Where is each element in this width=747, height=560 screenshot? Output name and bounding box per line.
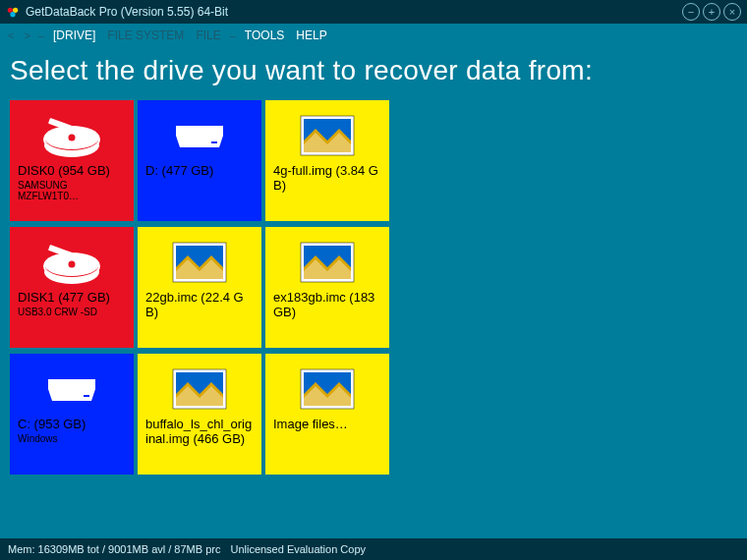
window-controls: − + × (682, 3, 741, 21)
maximize-button[interactable]: + (703, 3, 720, 21)
tile-label: buffalo_ls_chl_original.img (466 GB) (145, 418, 254, 447)
tile-sublabel: USB3.0 CRW -SD (18, 307, 126, 318)
tile-label: 22gb.imc (22.4 GB) (145, 291, 254, 320)
page-heading: Select the drive you want to recover dat… (0, 47, 747, 100)
svg-point-6 (69, 134, 76, 140)
svg-point-1 (13, 8, 18, 13)
tile-label: 4g-full.img (3.84 GB) (273, 164, 381, 194)
minimize-button[interactable]: − (682, 3, 700, 21)
tile-drive-c[interactable]: C: (953 GB) Windows (10, 354, 134, 475)
nav-forward[interactable]: > (20, 29, 33, 41)
tile-label: Image files… (273, 418, 381, 432)
svg-rect-28 (48, 379, 95, 389)
hdd-icon (18, 235, 126, 289)
status-memory: Mem: 16309MB tot / 9001MB avl / 87MB prc (8, 543, 220, 555)
tile-label: DISK0 (954 GB) (18, 164, 126, 179)
menu-filesystem[interactable]: FILE SYSTEM (102, 28, 189, 43)
tile-4g-full-img[interactable]: 4g-full.img (3.84 GB) (265, 100, 389, 221)
tile-disk0[interactable]: DISK0 (954 GB) SAMSUNG MZFLW1T0… (10, 100, 134, 221)
svg-rect-10 (211, 141, 217, 143)
image-icon (273, 108, 381, 162)
tile-sublabel: Windows (18, 433, 126, 445)
app-icon (6, 5, 20, 19)
tile-image-files[interactable]: Image files… (265, 354, 389, 475)
tile-label: ex183gb.imc (183 GB) (273, 291, 381, 320)
image-icon (273, 235, 381, 289)
menu-tools[interactable]: TOOLS (240, 28, 289, 43)
nav-back[interactable]: < (4, 29, 18, 41)
tile-disk1[interactable]: DISK1 (477 GB) USB3.0 CRW -SD (10, 227, 134, 348)
titlebar: GetDataBack Pro (Version 5.55) 64-Bit − … (0, 0, 747, 24)
menubar: < > – [DRIVE] FILE SYSTEM FILE – TOOLS H… (0, 24, 747, 47)
drive-grid: DISK0 (954 GB) SAMSUNG MZFLW1T0… D: (477… (0, 100, 747, 475)
image-icon (145, 235, 254, 289)
tile-label: DISK1 (477 GB) (18, 291, 126, 306)
image-icon (273, 362, 381, 416)
tile-buffalo-img[interactable]: buffalo_ls_chl_original.img (466 GB) (138, 354, 261, 475)
tile-drive-d[interactable]: D: (477 GB) (138, 100, 261, 221)
svg-rect-30 (84, 395, 89, 397)
menu-help[interactable]: HELP (291, 28, 331, 43)
svg-point-2 (10, 12, 15, 17)
menu-sep: – (228, 29, 238, 41)
tile-label: C: (953 GB) (18, 418, 126, 432)
svg-point-18 (69, 260, 76, 267)
status-license: Unlicensed Evaluation Copy (230, 543, 366, 555)
tile-ex183gb-imc[interactable]: ex183gb.imc (183 GB) (265, 227, 389, 348)
app-title: GetDataBack Pro (Version 5.55) 64-Bit (26, 5, 682, 19)
tile-22gb-imc[interactable]: 22gb.imc (22.4 GB) (138, 227, 261, 348)
drive-icon (18, 362, 126, 416)
svg-point-0 (8, 8, 13, 13)
image-icon (145, 362, 254, 416)
menu-drive[interactable]: [DRIVE] (48, 28, 100, 43)
tile-label: D: (477 GB) (145, 164, 254, 179)
drive-icon (145, 108, 254, 162)
menu-file[interactable]: FILE (191, 28, 225, 43)
statusbar: Mem: 16309MB tot / 9001MB avl / 87MB prc… (0, 538, 747, 560)
nav-sep: – (36, 29, 46, 41)
tile-sublabel: SAMSUNG MZFLW1T0… (18, 180, 126, 202)
hdd-icon (18, 108, 126, 162)
svg-rect-8 (176, 126, 223, 136)
close-button[interactable]: × (723, 3, 741, 21)
